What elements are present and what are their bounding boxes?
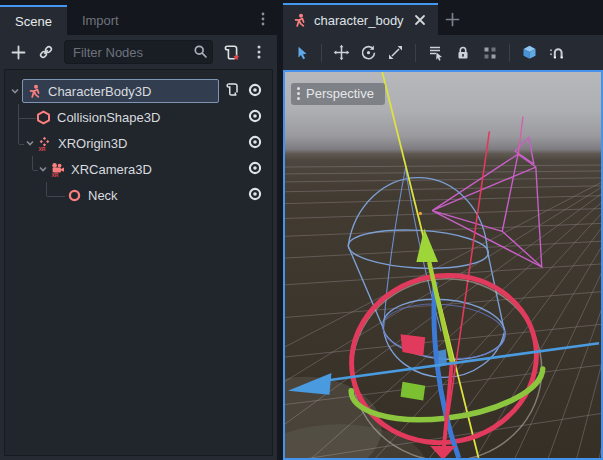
character-body-3d-icon [27,84,42,99]
scene-tabbar: character_body [283,0,603,35]
script-create-icon [223,44,240,61]
scene-tab-label: character_body [314,13,404,28]
lock-icon [455,45,471,61]
group-icon [482,45,498,61]
scene-tree-menu-button[interactable] [247,40,271,64]
toolbar-separator [509,44,510,62]
perspective-label: Perspective [306,86,374,101]
kebab-menu-icon [252,44,266,60]
scale-tool[interactable] [382,40,409,66]
scene-dock-body: CharacterBody3D [0,35,277,460]
filter-nodes-input[interactable] [64,40,213,64]
tree-row-xrorigin3d[interactable]: XR XROrigin3D [5,130,272,156]
tab-scene[interactable]: Scene [0,5,67,35]
eye-icon [247,134,263,150]
eye-icon [247,186,263,202]
character-body-3d-icon [292,13,307,28]
collapse-chevron-icon[interactable] [8,84,22,98]
script-icon[interactable] [225,82,240,100]
main-panel: character_body [283,0,603,460]
scene-tree[interactable]: CharacterBody3D [4,69,273,456]
select-tool[interactable] [288,40,315,66]
scene-dock-tabbar: Scene Import [0,0,277,35]
local-space-toggle[interactable] [516,40,543,66]
godot-editor: Scene Import [0,0,603,460]
viewport-3d-render[interactable] [285,72,601,458]
move-tool[interactable] [328,40,355,66]
new-scene-tab-button[interactable] [438,3,468,35]
group-button[interactable] [476,40,503,66]
marker-dot [419,212,423,216]
tree-row-collisionshape3d[interactable]: CollisionShape3D [5,104,272,130]
svg-text:XR: XR [39,145,46,150]
instance-scene-button[interactable] [34,40,58,64]
toolbar-separator [415,44,416,62]
marker-ring-icon [67,188,82,203]
xr-camera-3d-icon: XR [50,162,65,177]
node-name-label: Neck [88,188,118,203]
visibility-toggle[interactable] [247,82,263,101]
tab-close-button[interactable] [411,11,429,29]
eye-icon [247,160,263,176]
tab-scene-label: Scene [15,14,52,29]
tree-row-characterbody3d[interactable]: CharacterBody3D [5,78,272,104]
node-name-label: XRCamera3D [71,162,152,177]
tab-import[interactable]: Import [67,5,134,35]
node-name-label: CharacterBody3D [48,84,151,99]
tree-row-neck[interactable]: Neck [5,182,272,208]
node-name-box[interactable]: CharacterBody3D [22,79,219,103]
svg-text:XR: XR [52,171,59,176]
toolbar-separator [321,44,322,62]
xr-origin-3d-icon: XR [37,136,52,151]
scene-dock: Scene Import [0,0,277,460]
visibility-toggle[interactable] [247,108,263,127]
cube-icon [521,44,538,61]
visibility-toggle[interactable] [247,160,263,179]
collapse-chevron-icon[interactable] [23,136,37,150]
collision-shape-3d-icon [36,110,51,125]
attach-script-button[interactable] [219,40,243,64]
scene-tab-character-body[interactable]: character_body [283,3,438,35]
lock-button[interactable] [449,40,476,66]
node-name-label: XROrigin3D [58,136,127,151]
eye-icon [247,108,263,124]
magnet-icon [548,44,565,61]
close-icon [414,14,426,26]
collapse-chevron-icon[interactable] [36,162,50,176]
search-icon [193,44,208,59]
plus-icon [11,45,26,60]
plus-icon [445,12,460,27]
viewport-3d[interactable]: Perspective [283,70,603,460]
link-icon [38,44,54,60]
tab-import-label: Import [82,13,119,28]
tree-row-xrcamera3d[interactable]: XR XRCamera3D [5,156,272,182]
filter-nodes-field [64,40,213,64]
kebab-menu-icon [297,87,300,100]
viewport-toolbar [283,35,603,70]
rotate-icon [360,44,377,61]
node-name-label: CollisionShape3D [57,110,160,125]
cursor-arrow-icon [294,45,310,61]
scene-dock-toolbar [0,35,277,69]
visibility-toggle[interactable] [247,134,263,153]
move-icon [333,44,350,61]
snap-toggle[interactable] [543,40,570,66]
list-select-icon [427,44,444,61]
eye-icon [247,82,263,98]
scale-icon [387,44,404,61]
visibility-toggle[interactable] [247,186,263,205]
add-node-button[interactable] [6,40,30,64]
rotate-tool[interactable] [355,40,382,66]
list-select-tool[interactable] [422,40,449,66]
kebab-menu-icon [256,11,270,27]
perspective-button[interactable]: Perspective [291,83,385,105]
dock-menu-button[interactable] [253,8,273,30]
